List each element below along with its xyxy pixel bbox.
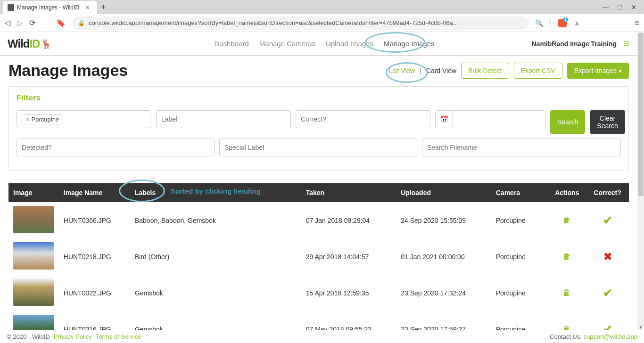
label-filter-input[interactable] — [156, 110, 291, 128]
delete-icon[interactable]: 🗑 — [563, 252, 571, 261]
view-separator: | — [420, 67, 421, 74]
rewards-icon[interactable]: ▲ — [573, 19, 581, 27]
lock-icon: 🔒 — [78, 20, 85, 26]
cell-camera: Porcupine — [491, 238, 548, 275]
cell-uploaded: 23 Sep 2020 17:32:24 — [396, 275, 491, 311]
nav-dashboard[interactable]: Dashboard — [214, 40, 248, 48]
detected-filter-input[interactable] — [17, 139, 215, 156]
bookmark-icon[interactable]: 🔖 — [56, 18, 66, 27]
cell-image-name: HUNT0022.JPG — [59, 275, 130, 311]
site-header: WildID🦌 Dashboard Manage Cameras Upload … — [0, 32, 637, 56]
col-uploaded[interactable]: Uploaded — [396, 183, 491, 202]
cell-labels: Gemsbok — [130, 311, 301, 330]
correct-filter-input[interactable] — [296, 110, 430, 128]
site-menu-icon[interactable]: ≡ — [623, 37, 630, 50]
nav-manage-images[interactable]: Manage Images — [384, 40, 435, 48]
col-labels[interactable]: Labels — [130, 183, 301, 202]
search-in-page-icon[interactable]: 🔍 — [535, 19, 543, 27]
window-maximize-icon[interactable]: ☐ — [617, 4, 623, 11]
cell-image-name: HUNT0366.JPG — [59, 202, 130, 238]
cell-camera: Porcupine — [491, 311, 548, 330]
date-picker-button[interactable]: 📅 — [435, 110, 453, 128]
col-actions: Actions — [548, 183, 586, 202]
page-title: Manage Images — [8, 61, 128, 80]
col-taken[interactable]: Taken — [301, 183, 396, 202]
logo-animal-icon: 🦌 — [41, 38, 52, 49]
cell-labels: Baboon, Baboon, Gemsbok — [130, 202, 301, 238]
window-controls: — ☐ ✕ — [603, 4, 641, 11]
table-row[interactable]: HUNT0022.JPGGemsbok15 Apr 2018 12:59:352… — [8, 275, 629, 311]
nav-upload-images[interactable]: Upload Images — [326, 40, 373, 48]
nav-back-icon[interactable]: ◁ — [5, 18, 10, 27]
page-scrollbar[interactable]: ▲ ▼ — [637, 32, 644, 330]
camera-filter-input[interactable]: × Porcupine — [17, 110, 151, 128]
filename-filter-input[interactable] — [422, 139, 621, 156]
browser-tab-bar: Manage Images - WildID × + — ☐ ✕ — [0, 0, 644, 14]
correct-check-icon: ✔ — [603, 286, 612, 299]
filter-tag-chip[interactable]: × Porcupine — [22, 114, 63, 124]
cell-image-name: HUNT0218.JPG — [59, 238, 130, 275]
incorrect-x-icon: ✖ — [603, 251, 612, 262]
scroll-thumb[interactable] — [638, 33, 644, 196]
scroll-down-icon[interactable]: ▼ — [637, 325, 644, 330]
delete-icon[interactable]: 🗑 — [563, 216, 571, 225]
col-camera[interactable]: Camera — [491, 183, 548, 202]
col-image[interactable]: Image — [8, 183, 59, 202]
cell-camera: Porcupine — [491, 202, 548, 238]
image-thumbnail[interactable] — [13, 206, 54, 233]
nav-forward-icon[interactable]: ▷ — [17, 18, 23, 27]
tab-favicon — [8, 4, 14, 11]
nav-manage-cameras[interactable]: Manage Cameras — [259, 40, 315, 48]
cell-taken: 15 Apr 2018 12:59:35 — [301, 275, 396, 311]
export-images-button[interactable]: Export Images — [567, 63, 629, 79]
col-correct[interactable]: Correct? — [586, 183, 629, 202]
page-header-row: Manage Images List View | Card View Bulk… — [8, 61, 629, 80]
new-tab-button[interactable]: + — [101, 2, 106, 12]
tab-close-icon[interactable]: × — [86, 4, 90, 11]
cell-labels: Bird (Other) — [130, 238, 301, 275]
image-thumbnail[interactable] — [13, 242, 54, 270]
correct-check-icon: ✔ — [603, 323, 612, 330]
filters-panel: Filters × Porcupine 📅 Search Clear Searc… — [8, 86, 629, 171]
images-table: Image Image Name Labels Taken Uploaded C… — [8, 183, 629, 330]
search-button[interactable]: Search — [550, 110, 585, 134]
card-view-toggle[interactable]: Card View — [426, 67, 456, 74]
cell-taken: 07 May 2018 09:55:33 — [301, 311, 396, 330]
cell-uploaded: 24 Sep 2020 15:55:09 — [396, 202, 491, 238]
browser-toolbar: ◁ ▷ ⟳ 🔖 🔒 console.wildid.app/management/… — [0, 14, 644, 32]
image-thumbnail[interactable] — [13, 278, 54, 306]
table-row[interactable]: HUNT0218.JPGBird (Other)29 Apr 2018 14:0… — [8, 238, 629, 275]
brave-shield-icon[interactable]: 1 — [558, 19, 567, 27]
cell-uploaded: 01 Jan 2021 00:00:00 — [396, 238, 491, 275]
cell-image-name: HUNT0316.JPG — [59, 311, 130, 330]
browser-menu-icon[interactable]: ≡ — [634, 18, 639, 28]
nav-reload-icon[interactable]: ⟳ — [29, 18, 35, 27]
browser-tab[interactable]: Manage Images - WildID × — [3, 1, 97, 14]
delete-icon[interactable]: 🗑 — [563, 288, 571, 297]
image-thumbnail[interactable] — [13, 315, 54, 330]
list-view-toggle[interactable]: List View — [388, 67, 415, 74]
col-image-name[interactable]: Image Name — [59, 183, 130, 202]
cell-camera: Porcupine — [491, 275, 548, 311]
date-filter-input[interactable] — [453, 110, 545, 128]
url-bar[interactable]: 🔒 console.wildid.app/management/images?s… — [72, 16, 528, 30]
delete-icon[interactable]: 🗑 — [563, 325, 571, 330]
correct-check-icon: ✔ — [603, 214, 612, 227]
window-close-icon[interactable]: ✕ — [631, 4, 636, 11]
clear-search-button[interactable]: Clear Search — [590, 110, 625, 134]
special-label-filter-input[interactable] — [219, 139, 417, 156]
account-name: NamibRand Image Training — [532, 40, 617, 48]
cell-uploaded: 23 Sep 2020 17:59:27 — [396, 311, 491, 330]
remove-tag-icon[interactable]: × — [26, 116, 30, 123]
tab-title: Manage Images - WildID — [17, 4, 79, 11]
table-row[interactable]: HUNT0316.JPGGemsbok07 May 2018 09:55:332… — [8, 311, 629, 330]
window-minimize-icon[interactable]: — — [603, 4, 609, 11]
bulk-detect-button[interactable]: Bulk Detect — [461, 63, 509, 79]
export-csv-button[interactable]: Export CSV — [514, 63, 562, 79]
cell-labels: Gemsbok — [130, 275, 301, 311]
table-row[interactable]: HUNT0366.JPGBaboon, Baboon, Gemsbok07 Ja… — [8, 202, 629, 238]
site-logo[interactable]: WildID🦌 — [8, 37, 52, 50]
main-nav: Dashboard Manage Cameras Upload Images M… — [214, 40, 434, 48]
calendar-icon: 📅 — [440, 115, 448, 123]
cell-taken: 07 Jan 2018 09:29:04 — [301, 202, 396, 238]
